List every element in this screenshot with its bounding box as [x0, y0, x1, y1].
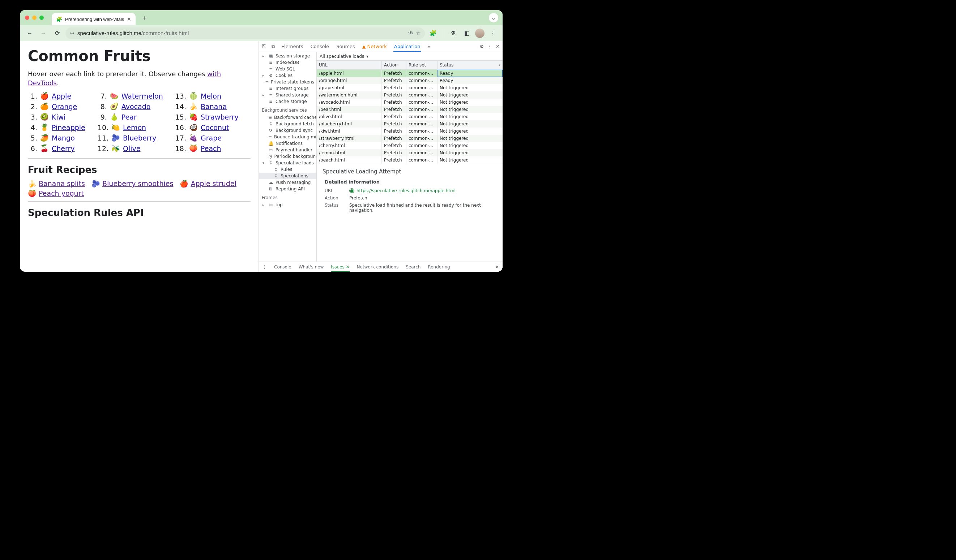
- col-url[interactable]: URL: [317, 61, 382, 69]
- side-panel-icon[interactable]: ◧: [461, 28, 472, 39]
- tree-item-bg[interactable]: ☁Push messaging: [259, 179, 316, 186]
- close-icon[interactable]: ✕: [346, 265, 349, 270]
- fruit-link[interactable]: Pineapple: [52, 124, 85, 132]
- drawer-menu-icon[interactable]: ⋮: [263, 265, 267, 270]
- fruit-link[interactable]: Avocado: [121, 103, 151, 111]
- extensions-button[interactable]: 🧩: [428, 28, 439, 39]
- tree-item-bg[interactable]: ≡Bounce tracking mitigation: [259, 134, 316, 140]
- fruit-link[interactable]: Orange: [52, 103, 77, 111]
- back-button[interactable]: ←: [24, 28, 35, 39]
- tree-item-storage[interactable]: ▸≡Shared storage: [259, 92, 316, 98]
- fruit-link[interactable]: Peach: [201, 144, 221, 152]
- menu-button[interactable]: ⋮: [487, 28, 498, 39]
- tree-item-bg[interactable]: ▭Payment handler: [259, 147, 316, 153]
- fruit-link[interactable]: Strawberry: [201, 113, 239, 121]
- minimize-window-icon[interactable]: [32, 16, 36, 20]
- close-tab-icon[interactable]: ✕: [127, 16, 131, 22]
- fruit-link[interactable]: Apple: [52, 92, 71, 100]
- eye-off-icon[interactable]: 👁: [408, 30, 414, 36]
- profile-avatar[interactable]: [475, 28, 484, 38]
- tree-item-rules[interactable]: ↕Rules: [259, 166, 316, 173]
- fruit-link[interactable]: Watermelon: [121, 92, 163, 100]
- fruit-link[interactable]: Coconut: [201, 124, 229, 132]
- fruit-link[interactable]: Olive: [123, 144, 140, 152]
- table-row[interactable]: /kiwi.htmlPrefetchcommon-…Not triggered: [317, 127, 503, 135]
- drawer-search[interactable]: Search: [406, 265, 420, 270]
- tab-elements[interactable]: Elements: [281, 42, 304, 51]
- tree-item-bg[interactable]: ⟳Background sync: [259, 127, 316, 134]
- fruit-link[interactable]: Pear: [121, 113, 137, 121]
- close-drawer-icon[interactable]: ✕: [495, 265, 499, 270]
- tree-item-bg[interactable]: ◷Periodic background sync: [259, 153, 316, 160]
- new-tab-button[interactable]: ＋: [139, 13, 150, 22]
- site-info-icon[interactable]: ⊶: [70, 30, 74, 36]
- table-row[interactable]: /avocado.htmlPrefetchcommon-…Not trigger…: [317, 99, 503, 106]
- tab-overflow-button[interactable]: ⌄: [489, 13, 498, 22]
- recipe-link[interactable]: Blueberry smoothies: [102, 180, 173, 188]
- settings-icon[interactable]: ⚙: [480, 44, 484, 49]
- drawer-rendering[interactable]: Rendering: [428, 265, 450, 270]
- tree-item-bg[interactable]: ≡Back/forward cache: [259, 114, 316, 121]
- tab-console[interactable]: Console: [310, 42, 330, 51]
- table-row[interactable]: /cherry.htmlPrefetchcommon-…Not triggere…: [317, 142, 503, 149]
- fruit-link[interactable]: Blueberry: [123, 134, 156, 142]
- table-row[interactable]: /olive.htmlPrefetchcommon-…Not triggered: [317, 113, 503, 120]
- fruit-link[interactable]: Kiwi: [52, 113, 66, 121]
- recipe-link[interactable]: Apple strudel: [190, 180, 236, 188]
- browser-tab[interactable]: 🧩 Prerendering with web-vitals ✕: [52, 13, 135, 25]
- table-row[interactable]: /strawberry.htmlPrefetchcommon-…Not trig…: [317, 135, 503, 142]
- table-row[interactable]: /grape.htmlPrefetchcommon-…Not triggered: [317, 84, 503, 91]
- tree-item-storage[interactable]: ≡IndexedDB: [259, 59, 316, 66]
- table-row[interactable]: /lemon.htmlPrefetchcommon-…Not triggered: [317, 149, 503, 157]
- tree-item-frame-top[interactable]: ▸▭top: [259, 202, 316, 208]
- labs-icon[interactable]: ⚗: [448, 28, 459, 39]
- fruit-link[interactable]: Melon: [201, 92, 221, 100]
- col-action[interactable]: Action: [382, 61, 406, 69]
- fruit-link[interactable]: Lemon: [123, 124, 146, 132]
- maximize-window-icon[interactable]: [39, 16, 44, 20]
- tab-sources[interactable]: Sources: [335, 42, 355, 51]
- table-row[interactable]: /watermelon.htmlPrefetchcommon-…Not trig…: [317, 91, 503, 99]
- recipe-link[interactable]: Peach yogurt: [39, 189, 84, 197]
- bookmark-star-icon[interactable]: ☆: [416, 30, 420, 36]
- speculative-filter[interactable]: All speculative loads ▾: [317, 52, 503, 61]
- drawer-whatsnew[interactable]: What's new: [299, 265, 324, 270]
- device-toggle-icon[interactable]: ⧉: [272, 44, 275, 50]
- drawer-issues[interactable]: Issues ✕: [331, 265, 349, 272]
- tab-application[interactable]: Application: [393, 42, 421, 52]
- table-row[interactable]: /orange.htmlPrefetchcommon-…Ready: [317, 77, 503, 84]
- fruit-link[interactable]: Mango: [52, 134, 75, 142]
- close-window-icon[interactable]: [25, 16, 29, 20]
- tree-item-speculative-loads[interactable]: ▾↕Speculative loads: [259, 160, 316, 166]
- tree-item-bg[interactable]: 🔔Notifications: [259, 140, 316, 147]
- table-row[interactable]: /apple.htmlPrefetchcommon-…Ready: [317, 70, 503, 77]
- recipe-link[interactable]: Banana splits: [39, 180, 85, 188]
- tabs-more[interactable]: »: [427, 42, 431, 51]
- forward-button[interactable]: →: [38, 28, 49, 39]
- tree-item-speculations[interactable]: ↕Speculations: [259, 173, 316, 179]
- col-status[interactable]: Status▾: [437, 61, 503, 69]
- tree-item-bg[interactable]: 🗎Reporting API: [259, 186, 316, 192]
- tree-item-storage[interactable]: ≡Cache storage: [259, 98, 316, 105]
- fruit-link[interactable]: Grape: [201, 134, 222, 142]
- kebab-menu-icon[interactable]: ⋮: [487, 44, 492, 49]
- tree-item-storage[interactable]: ≡Web SQL: [259, 66, 316, 72]
- col-ruleset[interactable]: Rule set: [406, 61, 437, 69]
- tree-item-storage[interactable]: ▸▦Session storage: [259, 53, 316, 59]
- reload-button[interactable]: ⟳: [52, 28, 63, 39]
- address-bar[interactable]: ⊶ speculative-rules.glitch.me/common-fru…: [66, 27, 425, 39]
- tree-item-bg[interactable]: ↕Background fetch: [259, 121, 316, 127]
- table-row[interactable]: /pear.htmlPrefetchcommon-…Not triggered: [317, 106, 503, 113]
- drawer-console[interactable]: Console: [274, 265, 291, 270]
- tab-network[interactable]: ▲Network: [362, 42, 388, 51]
- tree-item-storage[interactable]: ▸⚙Cookies: [259, 72, 316, 79]
- fruit-link[interactable]: Banana: [201, 103, 227, 111]
- close-devtools-icon[interactable]: ✕: [496, 44, 500, 49]
- drawer-network-conditions[interactable]: Network conditions: [357, 265, 399, 270]
- table-row[interactable]: /blueberry.htmlPrefetchcommon-…Not trigg…: [317, 120, 503, 127]
- table-row[interactable]: /peach.htmlPrefetchcommon-…Not triggered: [317, 157, 503, 164]
- inspect-icon[interactable]: ⇱: [262, 44, 266, 49]
- detail-url-value[interactable]: ⬤ https://speculative-rules.glitch.me/ap…: [349, 188, 497, 193]
- tree-item-storage[interactable]: ≡Private state tokens: [259, 79, 316, 85]
- fruit-link[interactable]: Cherry: [52, 144, 75, 152]
